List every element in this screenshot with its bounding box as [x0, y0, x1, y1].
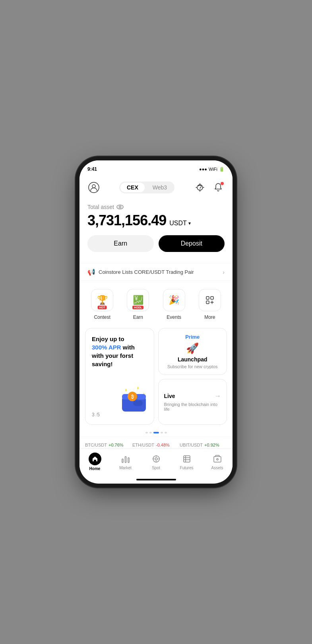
events-icon: 🎉 — [169, 295, 179, 305]
ticker-ubit[interactable]: UBIT/USDT +0.92% 0.109 — [180, 443, 227, 449]
prime-label: Prime — [185, 334, 200, 340]
eye-icon[interactable] — [116, 203, 124, 211]
quick-icon-earn[interactable]: 💹 HODL Earn — [127, 289, 149, 320]
home-label: Home — [89, 466, 101, 471]
more-label: More — [204, 314, 215, 320]
home-icon — [89, 453, 101, 465]
ticker-btc-header: BTC/USDT +0.76% — [85, 443, 132, 447]
launchpad-card[interactable]: Prime 🚀 Launchpad Subscribe for new cryp… — [158, 328, 227, 375]
quick-icon-contest[interactable]: 🏆 HOT Contest — [91, 289, 113, 320]
deposit-button[interactable]: Deposit — [159, 235, 225, 252]
dot-1 — [145, 432, 148, 433]
more-grid-icon — [204, 295, 215, 306]
carousel-dots — [79, 430, 233, 437]
svg-rect-14 — [122, 459, 123, 463]
live-card[interactable]: Live → Bringing the blockchain into life — [158, 379, 227, 425]
asset-number: 3,731,156.49 — [87, 212, 166, 229]
launchpad-title: Launchpad — [178, 356, 207, 363]
announcement-chevron-icon: › — [223, 269, 225, 275]
earn-promo-card[interactable]: Enjoy up to 300% APR with with your fors… — [85, 328, 154, 425]
dot-3-active — [153, 432, 159, 433]
svg-rect-11 — [133, 400, 143, 406]
eth-change: -0.48% — [156, 443, 170, 447]
futures-label: Futures — [180, 466, 194, 470]
nav-assets[interactable]: Assets — [202, 453, 233, 470]
nav-market[interactable]: Market — [110, 453, 141, 470]
announcement-bar[interactable]: 📢 Coinstore Lists CORE/USDT Trading Pair… — [79, 263, 233, 281]
events-label: Events — [167, 314, 181, 320]
btc-change: +0.76% — [109, 443, 124, 447]
currency-dropdown-arrow[interactable]: ▾ — [188, 221, 191, 226]
assets-icon — [212, 453, 223, 464]
asset-currency: USDT ▾ — [169, 220, 191, 227]
svg-rect-19 — [184, 456, 190, 462]
hot-badge: HOT — [98, 306, 107, 309]
top-nav: CEX Web3 — [79, 178, 233, 199]
live-card-header: Live → — [164, 392, 221, 400]
svg-rect-6 — [206, 297, 209, 299]
quick-icons-row: 🏆 HOT Contest 💹 HODL Earn 🎉 Events — [79, 281, 233, 325]
contest-icon: 🏆 — [97, 295, 108, 305]
nav-futures[interactable]: Futures — [171, 453, 202, 470]
bottom-nav: Home Market Spot — [79, 449, 233, 477]
svg-point-1 — [92, 185, 95, 188]
ticker-ubit-header: UBIT/USDT +0.92% — [180, 443, 227, 447]
asset-section: Total asset 3,731,156.49 USDT ▾ Earn Dep… — [79, 199, 233, 258]
asset-label: Total asset — [87, 203, 225, 211]
hodl-badge: HODL — [132, 306, 143, 309]
profile-icon[interactable] — [87, 181, 100, 194]
cex-tab[interactable]: CEX — [120, 183, 145, 192]
svg-rect-20 — [214, 457, 221, 462]
scroll-area: Total asset 3,731,156.49 USDT ▾ Earn Dep… — [79, 199, 233, 449]
spot-label: Spot — [152, 466, 160, 470]
contest-icon-box: 🏆 HOT — [91, 289, 113, 311]
live-title: Live — [164, 393, 175, 399]
quick-icon-more[interactable]: More — [199, 289, 221, 320]
earn-card-title: Enjoy up to 300% APR with with your fors… — [92, 335, 147, 368]
ticker-eth[interactable]: ETH/USDT -0.48% 3,112.11 — [132, 443, 180, 449]
contest-label: Contest — [94, 314, 110, 320]
svg-point-21 — [217, 459, 218, 460]
support-icon[interactable] — [194, 181, 206, 194]
phone-shell: 9:41 ●●● WiFi 🔋 CEX Web3 — [79, 160, 233, 484]
svg-point-5 — [119, 206, 121, 208]
announcement-megaphone-icon: 📢 — [87, 268, 95, 276]
eth-pair-label: ETH/USDT — [132, 443, 154, 447]
top-icons — [194, 181, 225, 194]
earn-button[interactable]: Earn — [87, 235, 154, 252]
quick-icon-events[interactable]: 🎉 Events — [163, 289, 185, 320]
svg-point-3 — [200, 189, 200, 190]
mode-switcher: CEX Web3 — [119, 181, 174, 193]
svg-rect-16 — [128, 458, 129, 463]
ticker-section: BTC/USDT +0.76% 91,953.41 ETH/USDT -0.48… — [79, 437, 233, 449]
announcement-content: 📢 Coinstore Lists CORE/USDT Trading Pair — [87, 268, 194, 276]
more-icon-box — [199, 289, 221, 311]
ubit-pair-label: UBIT/USDT — [180, 443, 203, 447]
dot-4 — [161, 432, 163, 433]
svg-text:₿: ₿ — [131, 394, 134, 400]
ticker-btc[interactable]: BTC/USDT +0.76% 91,953.41 — [85, 443, 132, 449]
svg-rect-8 — [206, 301, 209, 304]
home-indicator — [136, 479, 176, 480]
cards-grid: Enjoy up to 300% APR with with your fors… — [79, 325, 233, 430]
ticker-eth-header: ETH/USDT -0.48% — [132, 443, 180, 447]
assets-label: Assets — [211, 466, 223, 470]
market-label: Market — [119, 466, 132, 470]
earn-icon-box: 💹 HODL — [127, 289, 149, 311]
notification-icon[interactable] — [212, 181, 225, 194]
svg-point-0 — [89, 182, 99, 193]
spot-icon — [151, 453, 162, 464]
earn-icon: 💹 — [133, 295, 143, 305]
live-desc: Bringing the blockchain into life — [164, 402, 221, 412]
svg-point-18 — [155, 458, 157, 460]
dot-2 — [149, 432, 152, 433]
svg-rect-7 — [211, 297, 213, 299]
nav-spot[interactable]: Spot — [141, 453, 171, 470]
btc-pair-label: BTC/USDT — [85, 443, 107, 447]
svg-rect-15 — [125, 457, 126, 463]
web3-tab[interactable]: Web3 — [146, 183, 173, 192]
nav-home[interactable]: Home — [79, 453, 110, 471]
dot-5 — [165, 432, 167, 433]
svg-point-4 — [117, 205, 123, 209]
live-arrow-icon: → — [215, 392, 221, 400]
